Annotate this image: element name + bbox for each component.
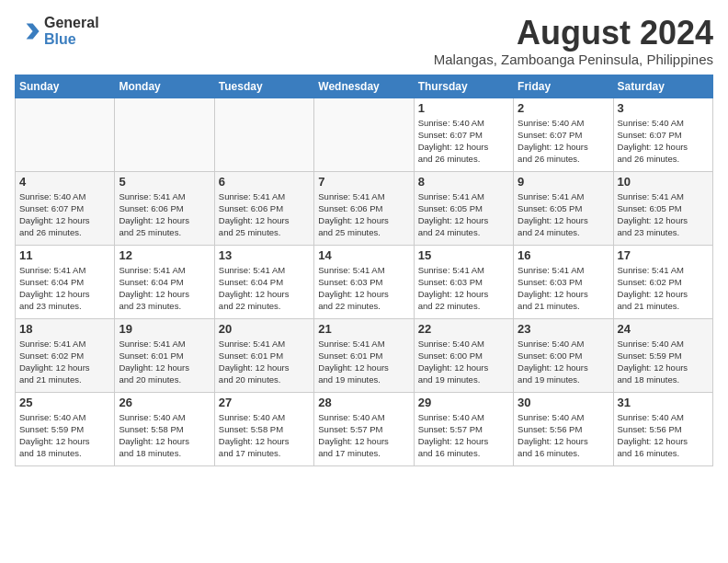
day-number: 10	[618, 175, 709, 189]
day-info: Sunrise: 5:41 AM Sunset: 6:04 PM Dayligh…	[19, 264, 110, 313]
day-info: Sunrise: 5:40 AM Sunset: 6:07 PM Dayligh…	[618, 117, 709, 166]
day-number: 4	[19, 175, 110, 189]
page-header: General Blue August 2024 Malangas, Zambo…	[15, 15, 713, 67]
day-info: Sunrise: 5:41 AM Sunset: 6:01 PM Dayligh…	[219, 338, 310, 386]
month-year-title: August 2024	[434, 15, 713, 52]
day-number: 8	[418, 175, 509, 189]
calendar-cell: 12Sunrise: 5:41 AM Sunset: 6:04 PM Dayli…	[115, 245, 214, 318]
calendar-cell	[314, 98, 414, 171]
calendar-cell: 11Sunrise: 5:41 AM Sunset: 6:04 PM Dayli…	[16, 245, 115, 318]
calendar-cell: 8Sunrise: 5:41 AM Sunset: 6:05 PM Daylig…	[414, 171, 513, 245]
calendar-cell: 2Sunrise: 5:40 AM Sunset: 6:07 PM Daylig…	[514, 98, 613, 171]
day-number: 30	[518, 396, 609, 409]
calendar-cell: 24Sunrise: 5:40 AM Sunset: 5:59 PM Dayli…	[613, 318, 712, 392]
calendar-cell: 13Sunrise: 5:41 AM Sunset: 6:04 PM Dayli…	[214, 245, 313, 318]
day-of-week-header: Thursday	[414, 75, 513, 98]
day-headers-row: SundayMondayTuesdayWednesdayThursdayFrid…	[16, 75, 713, 98]
day-number: 9	[518, 175, 609, 189]
day-number: 3	[618, 101, 709, 115]
day-info: Sunrise: 5:41 AM Sunset: 6:03 PM Dayligh…	[518, 264, 609, 313]
calendar-cell: 5Sunrise: 5:41 AM Sunset: 6:06 PM Daylig…	[115, 171, 214, 245]
title-section: August 2024 Malangas, Zamboanga Peninsul…	[434, 15, 713, 67]
day-info: Sunrise: 5:41 AM Sunset: 6:02 PM Dayligh…	[19, 338, 110, 386]
day-number: 31	[618, 396, 709, 409]
calendar-cell: 19Sunrise: 5:41 AM Sunset: 6:01 PM Dayli…	[115, 318, 214, 392]
day-number: 5	[119, 175, 210, 189]
day-of-week-header: Tuesday	[214, 75, 313, 98]
day-info: Sunrise: 5:41 AM Sunset: 6:01 PM Dayligh…	[119, 338, 210, 386]
calendar-cell: 14Sunrise: 5:41 AM Sunset: 6:03 PM Dayli…	[314, 245, 414, 318]
calendar-cell: 22Sunrise: 5:40 AM Sunset: 6:00 PM Dayli…	[414, 318, 513, 392]
day-info: Sunrise: 5:41 AM Sunset: 6:06 PM Dayligh…	[119, 190, 210, 239]
day-number: 16	[518, 248, 609, 262]
day-info: Sunrise: 5:41 AM Sunset: 6:03 PM Dayligh…	[318, 264, 409, 313]
calendar-cell: 25Sunrise: 5:40 AM Sunset: 5:59 PM Dayli…	[16, 392, 115, 465]
day-number: 11	[19, 248, 110, 262]
day-info: Sunrise: 5:41 AM Sunset: 6:06 PM Dayligh…	[219, 190, 310, 239]
calendar-cell: 30Sunrise: 5:40 AM Sunset: 5:56 PM Dayli…	[514, 392, 613, 465]
calendar-cell: 20Sunrise: 5:41 AM Sunset: 6:01 PM Dayli…	[214, 318, 313, 392]
calendar-cell: 28Sunrise: 5:40 AM Sunset: 5:57 PM Dayli…	[314, 392, 414, 465]
day-number: 2	[518, 101, 609, 115]
day-number: 20	[219, 322, 310, 336]
logo-general-text: General	[44, 15, 99, 31]
calendar-cell: 9Sunrise: 5:41 AM Sunset: 6:05 PM Daylig…	[514, 171, 613, 245]
calendar-cell	[214, 98, 313, 171]
day-number: 6	[219, 175, 310, 189]
day-info: Sunrise: 5:41 AM Sunset: 6:06 PM Dayligh…	[318, 190, 409, 239]
logo-text: General Blue	[44, 15, 99, 47]
day-info: Sunrise: 5:40 AM Sunset: 5:59 PM Dayligh…	[618, 338, 709, 386]
calendar-cell: 7Sunrise: 5:41 AM Sunset: 6:06 PM Daylig…	[314, 171, 414, 245]
day-number: 22	[418, 322, 509, 336]
day-number: 23	[518, 322, 609, 336]
day-number: 12	[119, 248, 210, 262]
day-info: Sunrise: 5:40 AM Sunset: 5:58 PM Dayligh…	[119, 411, 210, 460]
day-info: Sunrise: 5:40 AM Sunset: 6:07 PM Dayligh…	[19, 190, 110, 239]
calendar-cell: 17Sunrise: 5:41 AM Sunset: 6:02 PM Dayli…	[613, 245, 712, 318]
calendar-week-row: 11Sunrise: 5:41 AM Sunset: 6:04 PM Dayli…	[16, 245, 713, 318]
day-number: 17	[618, 248, 709, 262]
day-info: Sunrise: 5:40 AM Sunset: 5:59 PM Dayligh…	[19, 411, 110, 460]
day-number: 26	[119, 396, 210, 409]
calendar-week-row: 1Sunrise: 5:40 AM Sunset: 6:07 PM Daylig…	[16, 98, 713, 171]
day-of-week-header: Friday	[514, 75, 613, 98]
svg-marker-0	[27, 23, 40, 39]
calendar-cell: 6Sunrise: 5:41 AM Sunset: 6:06 PM Daylig…	[214, 171, 313, 245]
day-info: Sunrise: 5:41 AM Sunset: 6:04 PM Dayligh…	[119, 264, 210, 313]
day-info: Sunrise: 5:41 AM Sunset: 6:04 PM Dayligh…	[219, 264, 310, 313]
logo: General Blue	[15, 15, 99, 47]
calendar-cell: 10Sunrise: 5:41 AM Sunset: 6:05 PM Dayli…	[613, 171, 712, 245]
day-number: 24	[618, 322, 709, 336]
day-info: Sunrise: 5:41 AM Sunset: 6:05 PM Dayligh…	[518, 190, 609, 239]
day-of-week-header: Wednesday	[314, 75, 414, 98]
day-info: Sunrise: 5:40 AM Sunset: 6:00 PM Dayligh…	[418, 338, 509, 386]
calendar-week-row: 25Sunrise: 5:40 AM Sunset: 5:59 PM Dayli…	[16, 392, 713, 465]
day-info: Sunrise: 5:40 AM Sunset: 6:07 PM Dayligh…	[418, 117, 509, 166]
calendar-body: 1Sunrise: 5:40 AM Sunset: 6:07 PM Daylig…	[16, 98, 713, 465]
calendar-week-row: 4Sunrise: 5:40 AM Sunset: 6:07 PM Daylig…	[16, 171, 713, 245]
day-of-week-header: Saturday	[613, 75, 712, 98]
calendar-cell: 18Sunrise: 5:41 AM Sunset: 6:02 PM Dayli…	[16, 318, 115, 392]
day-info: Sunrise: 5:40 AM Sunset: 6:00 PM Dayligh…	[518, 338, 609, 386]
day-number: 21	[318, 322, 409, 336]
day-info: Sunrise: 5:41 AM Sunset: 6:03 PM Dayligh…	[418, 264, 509, 313]
day-of-week-header: Monday	[115, 75, 214, 98]
day-info: Sunrise: 5:41 AM Sunset: 6:05 PM Dayligh…	[618, 190, 709, 239]
day-of-week-header: Sunday	[16, 75, 115, 98]
calendar-week-row: 18Sunrise: 5:41 AM Sunset: 6:02 PM Dayli…	[16, 318, 713, 392]
logo-icon	[15, 18, 40, 44]
calendar-cell: 27Sunrise: 5:40 AM Sunset: 5:58 PM Dayli…	[214, 392, 313, 465]
day-info: Sunrise: 5:40 AM Sunset: 5:57 PM Dayligh…	[418, 411, 509, 460]
calendar-cell: 1Sunrise: 5:40 AM Sunset: 6:07 PM Daylig…	[414, 98, 513, 171]
calendar-cell: 16Sunrise: 5:41 AM Sunset: 6:03 PM Dayli…	[514, 245, 613, 318]
day-number: 7	[318, 175, 409, 189]
calendar-cell	[115, 98, 214, 171]
calendar-cell: 21Sunrise: 5:41 AM Sunset: 6:01 PM Dayli…	[314, 318, 414, 392]
calendar-cell: 15Sunrise: 5:41 AM Sunset: 6:03 PM Dayli…	[414, 245, 513, 318]
day-info: Sunrise: 5:40 AM Sunset: 6:07 PM Dayligh…	[518, 117, 609, 166]
day-number: 28	[318, 396, 409, 409]
calendar-cell: 31Sunrise: 5:40 AM Sunset: 5:56 PM Dayli…	[613, 392, 712, 465]
location-subtitle: Malangas, Zamboanga Peninsula, Philippin…	[434, 52, 713, 67]
day-info: Sunrise: 5:40 AM Sunset: 5:58 PM Dayligh…	[219, 411, 310, 460]
day-number: 13	[219, 248, 310, 262]
